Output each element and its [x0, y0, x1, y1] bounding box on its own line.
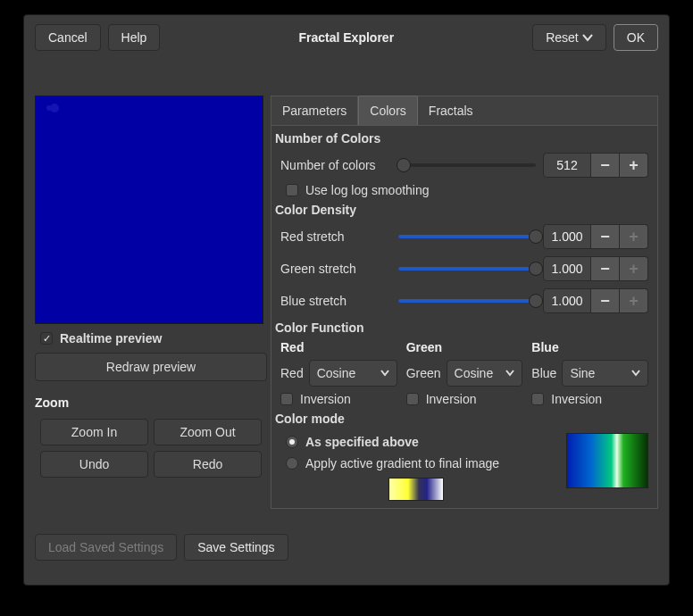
- loglog-checkbox[interactable]: [286, 184, 298, 196]
- density-slider[interactable]: [398, 235, 536, 238]
- inversion-row[interactable]: Inversion: [280, 392, 397, 406]
- radio-above-label: As specified above: [305, 435, 419, 449]
- density-plus[interactable]: +: [620, 224, 648, 249]
- numcolors-input[interactable]: [543, 153, 591, 178]
- inversion-label: Inversion: [300, 392, 351, 406]
- reset-button[interactable]: Reset: [532, 24, 606, 51]
- density-row-1: Green stretch−+: [273, 253, 655, 285]
- inversion-checkbox[interactable]: [280, 393, 293, 405]
- density-slider[interactable]: [398, 299, 536, 303]
- help-button[interactable]: Help: [108, 24, 161, 51]
- undo-button[interactable]: Undo: [40, 451, 148, 478]
- numcolors-label: Number of colors: [280, 158, 391, 172]
- density-input[interactable]: [543, 288, 591, 313]
- function-title: Color Function: [273, 317, 655, 338]
- colormode-option-above[interactable]: As specified above: [280, 433, 552, 451]
- density-spin: −+: [543, 288, 648, 313]
- zoom-in-button[interactable]: Zoom In: [40, 419, 148, 445]
- function-combo-blue[interactable]: Sine: [562, 360, 648, 387]
- colormode-title: Color mode: [273, 408, 655, 429]
- density-spin: −+: [543, 224, 648, 249]
- result-gradient-swatch[interactable]: [566, 433, 648, 488]
- density-minus[interactable]: −: [591, 256, 620, 281]
- function-combo-value: Cosine: [317, 366, 356, 380]
- function-col-green: GreenGreenCosineInversion: [406, 340, 523, 406]
- colormode-option-gradient[interactable]: Apply active gradient to final image: [280, 454, 552, 472]
- inversion-checkbox[interactable]: [531, 393, 544, 405]
- fractal-explorer-dialog: Cancel Help Fractal Explorer Reset OK Re…: [23, 14, 670, 586]
- density-label: Green stretch: [280, 262, 391, 276]
- bottom-button-row: Load Saved Settings Save Settings: [35, 529, 658, 561]
- function-head: Red: [280, 340, 397, 354]
- zoom-title: Zoom: [35, 395, 267, 410]
- numcolors-plus[interactable]: +: [620, 153, 648, 178]
- dialog-header: Cancel Help Fractal Explorer Reset OK: [24, 15, 669, 60]
- chevron-down-icon: [631, 370, 640, 377]
- numcolors-title: Number of Colors: [273, 128, 655, 149]
- density-minus[interactable]: −: [591, 224, 620, 249]
- colormode-row: As specified above Apply active gradient…: [273, 429, 655, 501]
- chevron-down-icon: [505, 370, 514, 377]
- function-combo-green[interactable]: Cosine: [447, 360, 523, 387]
- radio-above[interactable]: [286, 436, 298, 448]
- function-combo-value: Sine: [570, 366, 595, 380]
- tab-parameters[interactable]: Parameters: [271, 96, 358, 125]
- colors-panel: Number of Colors Number of colors − +: [271, 126, 657, 508]
- inversion-checkbox[interactable]: [406, 393, 419, 405]
- inversion-row[interactable]: Inversion: [531, 392, 648, 406]
- zoom-out-button[interactable]: Zoom Out: [154, 419, 262, 445]
- ok-button[interactable]: OK: [614, 24, 658, 51]
- density-plus[interactable]: +: [620, 256, 648, 281]
- chevron-down-icon: [582, 33, 593, 42]
- function-combo-value: Cosine: [455, 366, 494, 380]
- function-label: Green: [406, 366, 441, 380]
- numcolors-minus[interactable]: −: [591, 153, 620, 178]
- function-combo-red[interactable]: Cosine: [309, 360, 397, 387]
- settings-panel: Parameters Colors Fractals Number of Col…: [271, 96, 658, 509]
- function-head: Green: [406, 340, 523, 354]
- fractal-preview[interactable]: [35, 96, 263, 324]
- density-row-2: Blue stretch−+: [273, 285, 655, 317]
- density-minus[interactable]: −: [591, 288, 620, 313]
- load-settings-button[interactable]: Load Saved Settings: [35, 534, 177, 561]
- inversion-label: Inversion: [551, 392, 602, 406]
- redo-button[interactable]: Redo: [154, 451, 262, 478]
- realtime-preview-checkbox[interactable]: [40, 332, 53, 345]
- inversion-row[interactable]: Inversion: [406, 392, 523, 406]
- density-row-0: Red stretch−+: [273, 221, 655, 253]
- numcolors-spin: − +: [543, 153, 648, 178]
- density-label: Red stretch: [280, 229, 391, 244]
- realtime-preview-row[interactable]: Realtime preview: [35, 329, 267, 347]
- density-label: Blue stretch: [280, 294, 391, 308]
- numcolors-row: Number of colors − +: [273, 149, 655, 181]
- reset-label: Reset: [546, 30, 579, 45]
- loglog-row[interactable]: Use log log smoothing: [273, 181, 655, 199]
- density-plus[interactable]: +: [620, 288, 648, 313]
- chevron-down-icon: [380, 370, 389, 377]
- density-input[interactable]: [543, 224, 591, 249]
- cancel-button[interactable]: Cancel: [35, 24, 101, 51]
- density-title: Color Density: [273, 199, 655, 221]
- density-input[interactable]: [543, 256, 591, 281]
- function-label: Red: [280, 366, 304, 380]
- tab-fractals[interactable]: Fractals: [418, 96, 484, 125]
- tab-colors[interactable]: Colors: [358, 96, 417, 125]
- main-row: Realtime preview Redraw preview Zoom Zoo…: [35, 96, 658, 509]
- density-slider[interactable]: [398, 267, 536, 271]
- zoom-grid: Zoom In Zoom Out Undo Redo: [35, 419, 267, 478]
- loglog-label: Use log log smoothing: [305, 183, 430, 197]
- save-settings-button[interactable]: Save Settings: [184, 534, 288, 561]
- function-head: Blue: [531, 340, 648, 354]
- function-columns: RedRedCosineInversionGreenGreenCosineInv…: [273, 338, 655, 408]
- function-col-red: RedRedCosineInversion: [280, 340, 397, 406]
- dialog-content: Realtime preview Redraw preview Zoom Zoo…: [24, 60, 669, 571]
- radio-gradient[interactable]: [286, 457, 298, 470]
- numcolors-slider[interactable]: [398, 163, 536, 167]
- redraw-button[interactable]: Redraw preview: [35, 353, 267, 381]
- active-gradient-swatch[interactable]: [388, 478, 444, 501]
- function-col-blue: BlueBlueSineInversion: [531, 340, 648, 406]
- function-label: Blue: [531, 366, 556, 380]
- realtime-preview-label: Realtime preview: [60, 331, 162, 345]
- dialog-title: Fractal Explorer: [167, 30, 525, 45]
- tab-bar: Parameters Colors Fractals: [271, 96, 657, 126]
